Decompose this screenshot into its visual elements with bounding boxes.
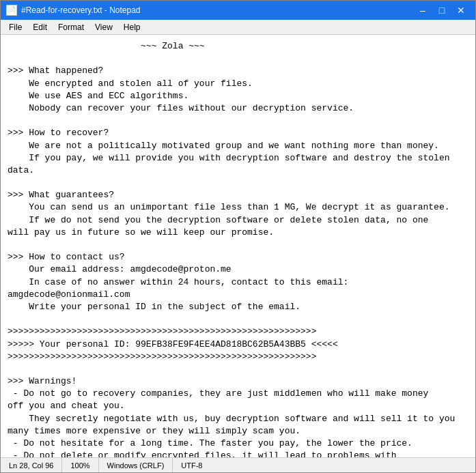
menu-edit[interactable]: Edit bbox=[27, 21, 53, 33]
cursor-position: Ln 28, Col 96 bbox=[9, 461, 53, 470]
title-bar-left: 📄 #Read-for-recovery.txt - Notepad bbox=[6, 5, 141, 16]
zoom-level: 100% bbox=[70, 461, 89, 470]
title-bar: 📄 #Read-for-recovery.txt - Notepad – □ ✕ bbox=[1, 1, 475, 20]
status-line-ending: Windows (CRLF) bbox=[99, 458, 173, 472]
menu-view[interactable]: View bbox=[89, 21, 118, 33]
app-icon: 📄 bbox=[6, 5, 17, 16]
menu-file[interactable]: File bbox=[3, 21, 27, 33]
status-encoding: UTF-8 bbox=[173, 458, 210, 472]
status-position: Ln 28, Col 96 bbox=[1, 458, 62, 472]
title-bar-buttons: – □ ✕ bbox=[414, 3, 470, 17]
line-ending: Windows (CRLF) bbox=[107, 461, 165, 470]
minimize-button[interactable]: – bbox=[414, 3, 432, 17]
notepad-window: 📄 #Read-for-recovery.txt - Notepad – □ ✕… bbox=[0, 0, 476, 473]
status-bar: Ln 28, Col 96 100% Windows (CRLF) UTF-8 bbox=[1, 457, 475, 472]
menu-bar: File Edit Format View Help bbox=[1, 20, 475, 35]
maximize-button[interactable]: □ bbox=[433, 3, 451, 17]
encoding: UTF-8 bbox=[181, 461, 202, 470]
text-content[interactable]: ~~~ Zola ~~~ >>> What happened? We encry… bbox=[1, 35, 475, 457]
status-zoom: 100% bbox=[62, 458, 98, 472]
window-title: #Read-for-recovery.txt - Notepad bbox=[21, 5, 141, 15]
menu-help[interactable]: Help bbox=[118, 21, 146, 33]
menu-format[interactable]: Format bbox=[53, 21, 89, 33]
close-button[interactable]: ✕ bbox=[452, 3, 470, 17]
